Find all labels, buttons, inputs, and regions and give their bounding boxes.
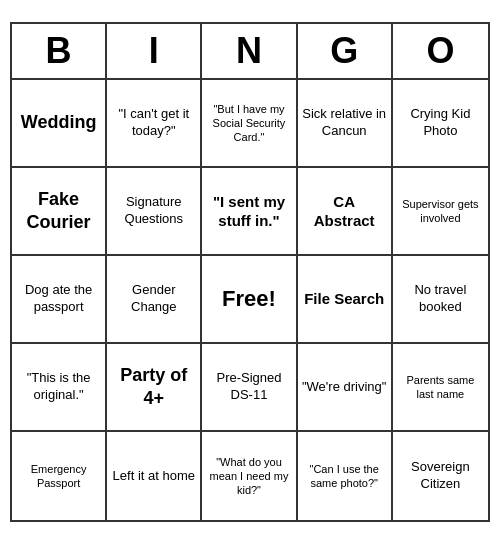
bingo-cell-3: Sick relative in Cancun (298, 80, 393, 168)
bingo-cell-1: "I can't get it today?" (107, 80, 202, 168)
bingo-letter-n: N (202, 24, 297, 78)
bingo-cell-7: "I sent my stuff in." (202, 168, 297, 256)
bingo-cell-9: Supervisor gets involved (393, 168, 488, 256)
bingo-cell-23: "Can I use the same photo?" (298, 432, 393, 520)
bingo-header: BINGO (12, 24, 488, 80)
bingo-cell-6: Signature Questions (107, 168, 202, 256)
bingo-cell-13: File Search (298, 256, 393, 344)
bingo-cell-11: Gender Change (107, 256, 202, 344)
bingo-cell-8: CA Abstract (298, 168, 393, 256)
bingo-letter-o: O (393, 24, 488, 78)
bingo-cell-12: Free! (202, 256, 297, 344)
bingo-cell-19: Parents same last name (393, 344, 488, 432)
bingo-cell-15: "This is the original." (12, 344, 107, 432)
bingo-letter-g: G (298, 24, 393, 78)
bingo-cell-0: Wedding (12, 80, 107, 168)
bingo-cell-2: "But I have my Social Security Card." (202, 80, 297, 168)
bingo-cell-18: "We're driving" (298, 344, 393, 432)
bingo-cell-10: Dog ate the passport (12, 256, 107, 344)
bingo-cell-17: Pre-Signed DS-11 (202, 344, 297, 432)
bingo-cell-22: "What do you mean I need my kid?" (202, 432, 297, 520)
bingo-card: BINGO Wedding"I can't get it today?""But… (10, 22, 490, 522)
bingo-grid: Wedding"I can't get it today?""But I hav… (12, 80, 488, 520)
bingo-letter-b: B (12, 24, 107, 78)
bingo-cell-16: Party of 4+ (107, 344, 202, 432)
bingo-cell-24: Sovereign Citizen (393, 432, 488, 520)
bingo-cell-21: Left it at home (107, 432, 202, 520)
bingo-cell-20: Emergency Passport (12, 432, 107, 520)
bingo-letter-i: I (107, 24, 202, 78)
bingo-cell-14: No travel booked (393, 256, 488, 344)
bingo-cell-4: Crying Kid Photo (393, 80, 488, 168)
bingo-cell-5: Fake Courier (12, 168, 107, 256)
